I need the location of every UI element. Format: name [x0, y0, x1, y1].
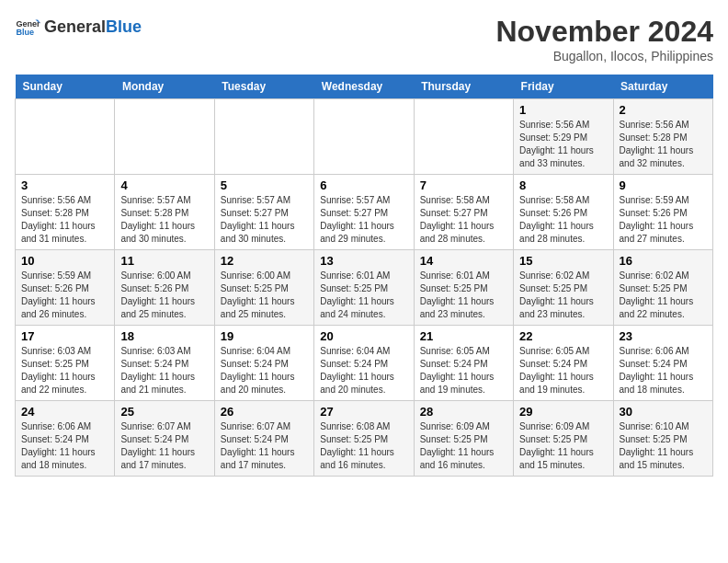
calendar-day-cell: 20Sunrise: 6:04 AM Sunset: 5:24 PM Dayli… — [314, 326, 414, 401]
calendar-day-cell: 11Sunrise: 6:00 AM Sunset: 5:26 PM Dayli… — [115, 250, 214, 326]
calendar-week-row: 1Sunrise: 5:56 AM Sunset: 5:29 PM Daylig… — [16, 99, 713, 175]
location-subtitle: Bugallon, Ilocos, Philippines — [495, 49, 713, 63]
day-info: Sunrise: 5:57 AM Sunset: 5:27 PM Dayligh… — [320, 194, 407, 246]
calendar-day-cell: 29Sunrise: 6:09 AM Sunset: 5:25 PM Dayli… — [514, 401, 613, 477]
calendar-day-cell: 7Sunrise: 5:58 AM Sunset: 5:27 PM Daylig… — [414, 175, 513, 250]
day-info: Sunrise: 6:04 AM Sunset: 5:24 PM Dayligh… — [221, 345, 308, 396]
calendar-day-cell: 30Sunrise: 6:10 AM Sunset: 5:25 PM Dayli… — [613, 401, 712, 477]
header-tuesday: Tuesday — [214, 75, 313, 99]
calendar-day-cell — [414, 99, 513, 175]
calendar-day-cell: 28Sunrise: 6:09 AM Sunset: 5:25 PM Dayli… — [414, 401, 513, 477]
day-info: Sunrise: 5:58 AM Sunset: 5:27 PM Dayligh… — [420, 194, 507, 246]
calendar-week-row: 24Sunrise: 6:06 AM Sunset: 5:24 PM Dayli… — [16, 401, 713, 477]
calendar-day-cell — [214, 99, 313, 175]
day-info: Sunrise: 6:02 AM Sunset: 5:25 PM Dayligh… — [620, 270, 707, 321]
calendar-day-cell: 6Sunrise: 5:57 AM Sunset: 5:27 PM Daylig… — [314, 175, 414, 250]
header-saturday: Saturday — [613, 75, 712, 99]
day-info: Sunrise: 5:59 AM Sunset: 5:26 PM Dayligh… — [21, 270, 108, 321]
calendar-day-cell: 12Sunrise: 6:00 AM Sunset: 5:25 PM Dayli… — [214, 250, 313, 326]
day-info: Sunrise: 6:10 AM Sunset: 5:25 PM Dayligh… — [620, 420, 707, 472]
day-info: Sunrise: 6:03 AM Sunset: 5:24 PM Dayligh… — [120, 345, 208, 396]
day-number: 2 — [620, 103, 707, 117]
calendar-day-cell: 2Sunrise: 5:56 AM Sunset: 5:28 PM Daylig… — [613, 99, 712, 175]
day-number: 27 — [320, 405, 407, 419]
calendar-day-cell: 17Sunrise: 6:03 AM Sunset: 5:25 PM Dayli… — [16, 326, 115, 401]
calendar-day-cell — [115, 99, 214, 175]
title-block: November 2024 Bugallon, Ilocos, Philippi… — [495, 15, 713, 63]
header-friday: Friday — [514, 75, 613, 99]
day-number: 25 — [120, 405, 208, 419]
day-number: 4 — [120, 178, 208, 192]
logo-general-text: General — [44, 17, 106, 36]
day-number: 26 — [221, 405, 308, 419]
calendar-day-cell: 10Sunrise: 5:59 AM Sunset: 5:26 PM Dayli… — [16, 250, 115, 326]
day-number: 6 — [320, 178, 407, 192]
day-number: 24 — [21, 405, 108, 419]
day-number: 30 — [620, 405, 707, 419]
day-info: Sunrise: 6:00 AM Sunset: 5:26 PM Dayligh… — [120, 270, 208, 321]
day-info: Sunrise: 6:05 AM Sunset: 5:24 PM Dayligh… — [420, 345, 507, 396]
calendar-week-row: 10Sunrise: 5:59 AM Sunset: 5:26 PM Dayli… — [16, 250, 713, 326]
calendar-day-cell: 23Sunrise: 6:06 AM Sunset: 5:24 PM Dayli… — [613, 326, 712, 401]
day-number: 18 — [120, 329, 208, 343]
calendar-day-cell: 13Sunrise: 6:01 AM Sunset: 5:25 PM Dayli… — [314, 250, 414, 326]
day-number: 22 — [519, 329, 607, 343]
calendar-day-cell: 25Sunrise: 6:07 AM Sunset: 5:24 PM Dayli… — [115, 401, 214, 477]
calendar-day-cell: 24Sunrise: 6:06 AM Sunset: 5:24 PM Dayli… — [16, 401, 115, 477]
day-number: 8 — [519, 178, 607, 192]
day-number: 23 — [620, 329, 707, 343]
page-header: General Blue GeneralBlue November 2024 B… — [15, 15, 713, 63]
day-number: 5 — [221, 178, 308, 192]
calendar-table: SundayMondayTuesdayWednesdayThursdayFrid… — [15, 75, 713, 477]
day-info: Sunrise: 5:57 AM Sunset: 5:27 PM Dayligh… — [221, 194, 308, 246]
day-info: Sunrise: 6:09 AM Sunset: 5:25 PM Dayligh… — [420, 420, 507, 472]
day-number: 14 — [420, 254, 507, 268]
header-sunday: Sunday — [16, 75, 115, 99]
calendar-day-cell: 18Sunrise: 6:03 AM Sunset: 5:24 PM Dayli… — [115, 326, 214, 401]
day-number: 19 — [221, 329, 308, 343]
day-info: Sunrise: 5:59 AM Sunset: 5:26 PM Dayligh… — [620, 194, 707, 246]
calendar-day-cell: 15Sunrise: 6:02 AM Sunset: 5:25 PM Dayli… — [514, 250, 613, 326]
svg-text:Blue: Blue — [16, 28, 34, 37]
header-thursday: Thursday — [414, 75, 513, 99]
calendar-day-cell: 8Sunrise: 5:58 AM Sunset: 5:26 PM Daylig… — [514, 175, 613, 250]
calendar-day-cell — [16, 99, 115, 175]
calendar-day-cell: 5Sunrise: 5:57 AM Sunset: 5:27 PM Daylig… — [214, 175, 313, 250]
day-info: Sunrise: 6:07 AM Sunset: 5:24 PM Dayligh… — [120, 420, 208, 472]
header-monday: Monday — [115, 75, 214, 99]
day-number: 3 — [21, 178, 108, 192]
day-info: Sunrise: 6:03 AM Sunset: 5:25 PM Dayligh… — [21, 345, 108, 396]
day-number: 28 — [420, 405, 507, 419]
day-info: Sunrise: 6:06 AM Sunset: 5:24 PM Dayligh… — [21, 420, 108, 472]
day-number: 9 — [620, 178, 707, 192]
day-info: Sunrise: 5:56 AM Sunset: 5:28 PM Dayligh… — [21, 194, 108, 246]
month-year-title: November 2024 — [495, 15, 713, 49]
day-info: Sunrise: 6:09 AM Sunset: 5:25 PM Dayligh… — [519, 420, 607, 472]
day-number: 11 — [120, 254, 208, 268]
day-info: Sunrise: 6:01 AM Sunset: 5:25 PM Dayligh… — [320, 270, 407, 321]
day-info: Sunrise: 6:02 AM Sunset: 5:25 PM Dayligh… — [519, 270, 607, 321]
calendar-week-row: 17Sunrise: 6:03 AM Sunset: 5:25 PM Dayli… — [16, 326, 713, 401]
day-info: Sunrise: 5:56 AM Sunset: 5:29 PM Dayligh… — [519, 119, 607, 170]
day-info: Sunrise: 5:58 AM Sunset: 5:26 PM Dayligh… — [519, 194, 607, 246]
calendar-day-cell: 3Sunrise: 5:56 AM Sunset: 5:28 PM Daylig… — [16, 175, 115, 250]
day-number: 13 — [320, 254, 407, 268]
calendar-day-cell: 26Sunrise: 6:07 AM Sunset: 5:24 PM Dayli… — [214, 401, 313, 477]
day-info: Sunrise: 6:01 AM Sunset: 5:25 PM Dayligh… — [420, 270, 507, 321]
day-number: 10 — [21, 254, 108, 268]
day-info: Sunrise: 6:05 AM Sunset: 5:24 PM Dayligh… — [519, 345, 607, 396]
calendar-week-row: 3Sunrise: 5:56 AM Sunset: 5:28 PM Daylig… — [16, 175, 713, 250]
calendar-day-cell: 4Sunrise: 5:57 AM Sunset: 5:28 PM Daylig… — [115, 175, 214, 250]
calendar-header-row: SundayMondayTuesdayWednesdayThursdayFrid… — [16, 75, 713, 99]
day-number: 1 — [519, 103, 607, 117]
day-number: 12 — [221, 254, 308, 268]
day-number: 29 — [519, 405, 607, 419]
calendar-day-cell: 19Sunrise: 6:04 AM Sunset: 5:24 PM Dayli… — [214, 326, 313, 401]
calendar-day-cell: 1Sunrise: 5:56 AM Sunset: 5:29 PM Daylig… — [514, 99, 613, 175]
header-wednesday: Wednesday — [314, 75, 414, 99]
calendar-day-cell: 22Sunrise: 6:05 AM Sunset: 5:24 PM Dayli… — [514, 326, 613, 401]
logo-icon: General Blue — [15, 15, 40, 40]
calendar-day-cell — [314, 99, 414, 175]
day-info: Sunrise: 6:00 AM Sunset: 5:25 PM Dayligh… — [221, 270, 308, 321]
day-number: 21 — [420, 329, 507, 343]
